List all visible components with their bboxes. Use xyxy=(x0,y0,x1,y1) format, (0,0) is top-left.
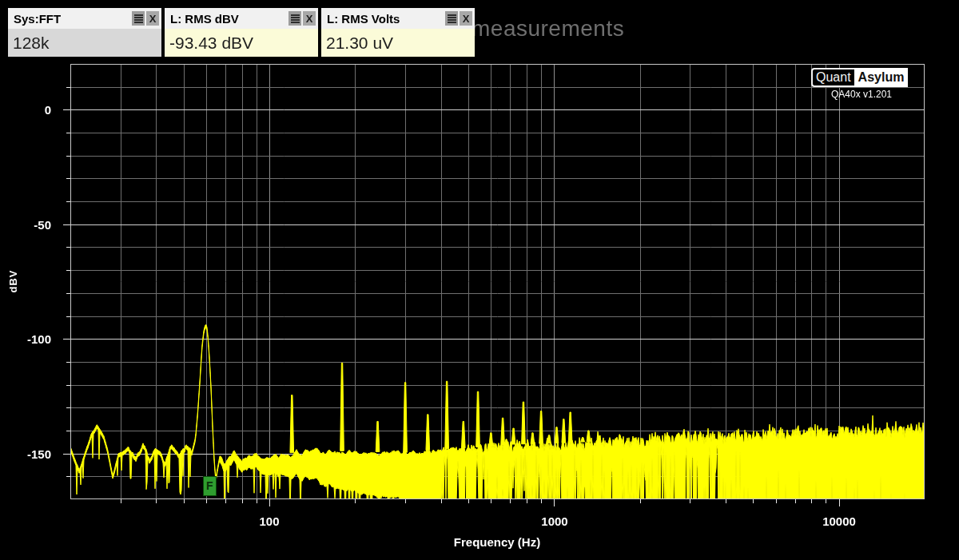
panel-header: L: RMS Volts X xyxy=(321,8,475,29)
panel-header: Sys:FFT X xyxy=(8,8,161,29)
panel-sys-fft: Sys:FFT X 128k xyxy=(8,8,161,57)
x-tick-100: 100 xyxy=(259,514,279,528)
y-tick-150: -150 xyxy=(0,447,51,461)
menu-icon[interactable] xyxy=(445,11,458,26)
close-icon[interactable]: X xyxy=(146,11,159,26)
y-tick-0: 0 xyxy=(0,103,51,117)
close-icon[interactable]: X xyxy=(303,11,316,26)
x-tick-10000: 10000 xyxy=(822,514,856,528)
measurement-panels: Sys:FFT X 128k L: RMS dBV X -93.43 dBV L… xyxy=(8,8,475,57)
panel-value: -93.43 dBV xyxy=(165,29,318,57)
menu-bars-glyph xyxy=(448,14,456,23)
menu-bars-glyph xyxy=(134,14,143,23)
quantasylum-logo: Quant Asylum xyxy=(811,68,908,87)
x-axis-title: Frequency (Hz) xyxy=(454,535,540,549)
menu-icon[interactable] xyxy=(132,11,145,26)
panel-rms-volts: L: RMS Volts X 21.30 uV xyxy=(321,8,475,57)
x-tick-1000: 1000 xyxy=(541,514,567,528)
close-icon[interactable]: X xyxy=(460,11,472,26)
fundamental-marker: F xyxy=(203,476,217,496)
panel-header: L: RMS dBV X xyxy=(165,8,318,29)
y-tick-100: -100 xyxy=(0,332,51,346)
y-axis-title: dBV xyxy=(7,270,19,293)
panel-title: L: RMS dBV xyxy=(170,12,287,26)
panel-rms-dbv: L: RMS dBV X -93.43 dBV xyxy=(165,8,318,57)
menu-icon[interactable] xyxy=(288,11,301,26)
watermark-text: measurements xyxy=(472,16,624,42)
panel-value: 21.30 uV xyxy=(321,29,475,57)
logo-asylum-text: Asylum xyxy=(854,68,909,87)
qa40x-window: measurements Sys:FFT X 128k L: RMS dBV X… xyxy=(0,0,959,560)
menu-bars-glyph xyxy=(291,14,300,23)
panel-title: L: RMS Volts xyxy=(327,12,444,26)
logo-quant-text: Quant xyxy=(811,68,854,87)
y-tick-50: -50 xyxy=(0,218,51,232)
panel-title: Sys:FFT xyxy=(14,12,130,26)
panel-value: 128k xyxy=(8,29,161,57)
firmware-version-text: QA40x v1.201 xyxy=(831,89,892,100)
